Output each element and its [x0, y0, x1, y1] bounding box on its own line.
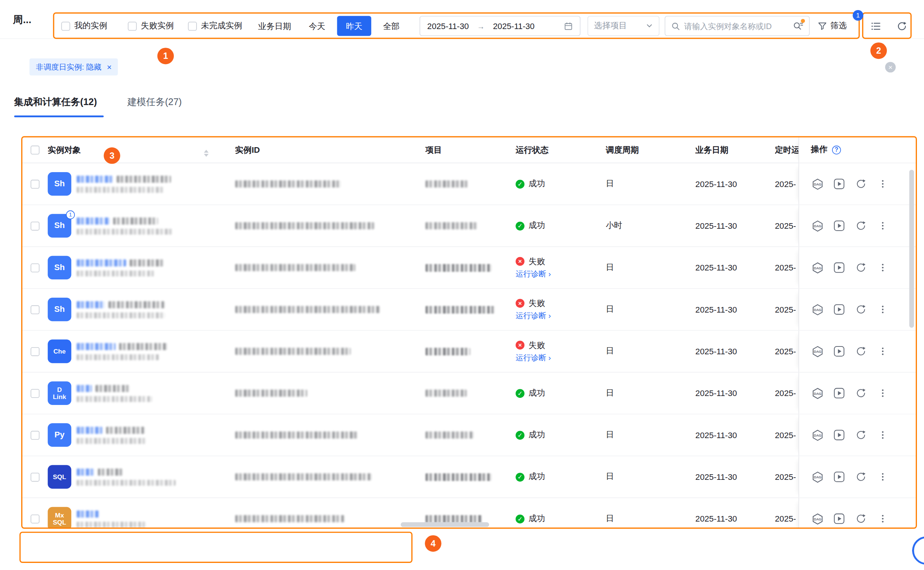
rerun-row-button[interactable]: [854, 428, 867, 441]
dag-button[interactable]: DAG: [811, 512, 824, 525]
run-button[interactable]: [833, 512, 846, 525]
row-checkbox[interactable]: [31, 305, 40, 314]
dag-button[interactable]: DAG: [811, 219, 824, 233]
project-select[interactable]: 选择项目: [588, 16, 659, 36]
horizontal-scrollbar-thumb[interactable]: [400, 522, 489, 527]
column-schedule-period: 调度周期: [606, 137, 639, 163]
dag-button[interactable]: DAG: [811, 387, 824, 400]
row-more-button[interactable]: [876, 261, 889, 274]
rerun-row-button[interactable]: [854, 177, 867, 190]
filter-tag-close-icon[interactable]: ×: [107, 63, 111, 71]
rerun-row-button[interactable]: [854, 345, 867, 358]
row-more-button[interactable]: [876, 303, 889, 316]
table-row: SQL ✓ 成功 日 2025-11-30 2025- DAG: [21, 457, 917, 498]
schedule-period: 日: [606, 247, 614, 288]
my-instances-checkbox[interactable]: [61, 21, 70, 31]
run-button[interactable]: [833, 261, 846, 274]
status-text: 成功: [528, 388, 545, 398]
row-checkbox[interactable]: [31, 514, 40, 523]
row-checkbox[interactable]: [31, 431, 40, 440]
instance-name[interactable]: [77, 247, 230, 288]
failed-instances-checkbox[interactable]: [128, 21, 137, 31]
dag-button[interactable]: DAG: [811, 303, 824, 316]
filter-button[interactable]: 筛选: [818, 16, 847, 36]
run-button[interactable]: [833, 470, 846, 484]
instance-name[interactable]: [77, 205, 230, 247]
row-more-button[interactable]: [876, 345, 889, 358]
advanced-search-icon[interactable]: [793, 21, 803, 31]
select-all-header-checkbox[interactable]: [31, 146, 40, 155]
date-quick-range-group: 今天 昨天 全部: [300, 16, 408, 36]
checkbox-failed-instances[interactable]: 失败实例: [128, 13, 174, 39]
list-view-button[interactable]: [866, 16, 886, 36]
rerun-row-button[interactable]: [854, 512, 867, 525]
more-vertical-icon: [877, 346, 888, 357]
annotation-badge-1: 1: [157, 48, 174, 64]
schedule-period: 日: [606, 163, 614, 205]
run-button[interactable]: [833, 303, 846, 316]
checkbox-my-instances[interactable]: 我的实例: [61, 13, 107, 39]
run-button[interactable]: [833, 177, 846, 190]
dag-button[interactable]: DAG: [811, 345, 824, 358]
row-checkbox[interactable]: [31, 472, 40, 481]
refresh-button[interactable]: [892, 16, 912, 36]
row-checkbox[interactable]: [31, 221, 40, 230]
rerun-row-button[interactable]: [854, 470, 867, 484]
help-icon[interactable]: ?: [832, 145, 841, 154]
tab-modeling-tasks[interactable]: 建模任务(27): [127, 96, 182, 109]
row-more-button[interactable]: [876, 177, 889, 190]
dag-button[interactable]: DAG: [811, 261, 824, 274]
instance-name[interactable]: [77, 289, 230, 330]
sort-toggle[interactable]: [204, 144, 209, 157]
rerun-icon: [855, 178, 867, 190]
run-button[interactable]: [833, 219, 846, 233]
dag-button[interactable]: DAG: [811, 177, 824, 190]
status-icon: ✓: [516, 389, 525, 397]
row-checkbox[interactable]: [31, 179, 40, 188]
quick-range-all[interactable]: 全部: [374, 16, 408, 35]
active-filter-tag[interactable]: 非调度日实例: 隐藏 ×: [29, 58, 118, 76]
diagnose-link[interactable]: 运行诊断 ›: [516, 269, 551, 279]
row-more-button[interactable]: [876, 428, 889, 441]
quick-range-today[interactable]: 今天: [300, 16, 334, 35]
row-checkbox[interactable]: [31, 263, 40, 272]
row-more-button[interactable]: [876, 512, 889, 525]
instance-name[interactable]: [77, 498, 230, 529]
rerun-row-button[interactable]: [854, 303, 867, 316]
rerun-row-button[interactable]: [854, 261, 867, 274]
funnel-icon: [818, 21, 827, 31]
row-more-button[interactable]: [876, 470, 889, 484]
node-type-icon: Sh: [48, 256, 71, 279]
date-from-value[interactable]: 2025-11-30: [428, 21, 469, 31]
instance-name[interactable]: [77, 331, 230, 372]
run-button[interactable]: [833, 345, 846, 358]
instance-name[interactable]: [77, 163, 230, 205]
rerun-row-button[interactable]: [854, 219, 867, 233]
instance-id: [235, 163, 400, 205]
row-more-button[interactable]: [876, 387, 889, 400]
instance-name[interactable]: [77, 457, 230, 498]
row-checkbox[interactable]: [31, 347, 40, 356]
diagnose-link[interactable]: 运行诊断 ›: [516, 352, 551, 363]
instance-search-box[interactable]: [665, 16, 810, 36]
date-to-value[interactable]: 2025-11-30: [493, 21, 535, 31]
unfinished-instances-checkbox[interactable]: [188, 21, 197, 31]
date-range-picker[interactable]: 2025-11-30 → 2025-11-30: [420, 16, 580, 36]
dag-button[interactable]: DAG: [811, 470, 824, 484]
run-button[interactable]: [833, 428, 846, 441]
rerun-row-button[interactable]: [854, 387, 867, 400]
diagnose-link[interactable]: 运行诊断 ›: [516, 310, 551, 321]
quick-range-yesterday[interactable]: 昨天: [337, 16, 371, 36]
search-input[interactable]: [684, 21, 789, 31]
row-more-button[interactable]: [876, 219, 889, 233]
row-checkbox[interactable]: [31, 389, 40, 397]
instance-name[interactable]: [77, 414, 230, 456]
dag-button[interactable]: DAG: [811, 428, 824, 441]
run-button[interactable]: [833, 387, 846, 400]
instance-name[interactable]: [77, 372, 230, 414]
clear-all-filters-icon[interactable]: ×: [885, 62, 896, 72]
schedule-period: 日: [606, 289, 614, 330]
tab-integration-compute-tasks[interactable]: 集成和计算任务(12): [14, 96, 97, 109]
checkbox-unfinished-instances[interactable]: 未完成实例: [188, 13, 242, 39]
vertical-scrollbar-thumb[interactable]: [909, 170, 914, 328]
